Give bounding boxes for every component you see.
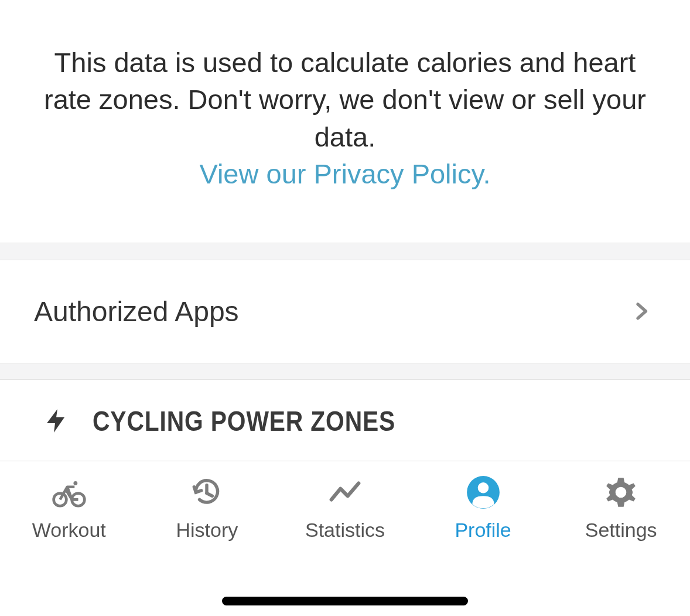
privacy-info-block: This data is used to calculate calories … bbox=[0, 0, 690, 243]
tab-label: Statistics bbox=[305, 519, 385, 542]
tab-label: Settings bbox=[585, 519, 657, 542]
section-divider bbox=[0, 243, 690, 260]
section-divider bbox=[0, 363, 690, 380]
tab-profile[interactable]: Profile bbox=[414, 474, 552, 578]
tab-workout[interactable]: Workout bbox=[0, 474, 138, 578]
cycling-power-zones-title: CYCLING POWER ZONES bbox=[93, 405, 395, 437]
tab-label: Profile bbox=[455, 519, 511, 542]
authorized-apps-row[interactable]: Authorized Apps bbox=[0, 260, 690, 363]
svg-point-2 bbox=[73, 481, 77, 485]
bike-icon bbox=[51, 474, 87, 511]
authorized-apps-label: Authorized Apps bbox=[34, 295, 239, 328]
tab-history[interactable]: History bbox=[138, 474, 276, 578]
gear-icon bbox=[603, 474, 639, 511]
tab-label: History bbox=[176, 519, 238, 542]
chart-line-icon bbox=[327, 474, 363, 511]
privacy-disclaimer-text: This data is used to calculate calories … bbox=[41, 44, 649, 155]
tab-bar: Workout History Statistics bbox=[0, 461, 690, 578]
svg-point-0 bbox=[53, 494, 66, 506]
profile-icon bbox=[465, 474, 501, 511]
history-icon bbox=[189, 474, 225, 511]
home-indicator[interactable] bbox=[222, 597, 468, 605]
tab-statistics[interactable]: Statistics bbox=[276, 474, 414, 578]
cycling-power-zones-header: CYCLING POWER ZONES bbox=[0, 380, 690, 461]
home-indicator-area bbox=[0, 578, 690, 616]
tab-settings[interactable]: Settings bbox=[552, 474, 690, 578]
chevron-right-icon bbox=[631, 301, 652, 322]
privacy-policy-link[interactable]: View our Privacy Policy. bbox=[41, 158, 649, 190]
svg-point-6 bbox=[477, 482, 489, 494]
lightning-bolt-icon bbox=[42, 404, 70, 437]
svg-line-4 bbox=[207, 494, 212, 496]
tab-label: Workout bbox=[32, 519, 106, 542]
